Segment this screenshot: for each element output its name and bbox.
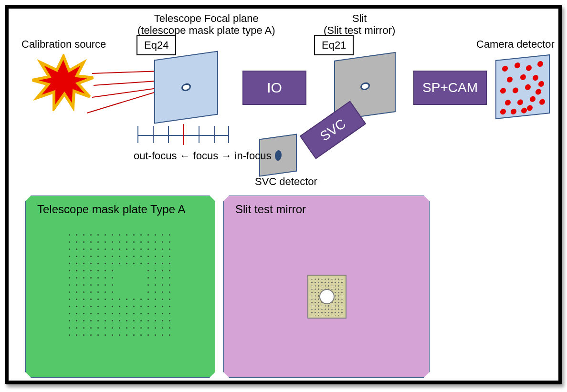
label-slit: Slit (Slit test mirror) [324,12,395,37]
svg-point-14 [530,96,536,102]
panel-mask-plate: Telescope mask plate Type A [25,196,215,378]
axis-tick-focus [183,124,184,145]
panel-mask-plate-title: Telescope mask plate Type A [37,203,185,216]
axis-tick [214,126,215,143]
slit-chip [307,275,346,319]
svg-point-16 [500,109,506,115]
axis-tick-end [137,126,138,143]
axis-tick [153,126,154,143]
svg-point-5 [507,76,513,83]
starburst-icon [30,54,97,111]
axis-tick-end [228,126,229,143]
svg-point-13 [517,99,523,105]
hole-slit [360,82,370,91]
svg-point-11 [538,81,544,87]
label-camera-detector: Camera detector [476,38,555,50]
svg-point-3 [526,65,532,71]
eqbox-focal: Eq24 [136,35,176,55]
svg-point-18 [536,89,541,95]
svg-point-2 [514,62,520,69]
eqbox-slit: Eq21 [314,35,354,55]
svg-marker-0 [32,56,93,109]
label-telescope-focal: Telescope Focal plane (telescope mask pl… [137,12,275,37]
block-spcam: SP+CAM [413,71,487,105]
svg-point-17 [521,107,527,113]
svg-point-10 [525,84,531,90]
label-focus-axis: out-focus ← focus → in-focus [134,150,272,162]
svg-point-6 [520,74,526,80]
svg-point-1 [502,65,508,72]
diagram-container: Telescope Focal plane (telescope mask pl… [0,0,567,392]
hole-svc [275,150,282,161]
svg-point-7 [533,75,538,81]
block-io: IO [242,71,306,105]
svg-point-15 [539,99,545,105]
svg-point-19 [511,108,516,114]
label-svc-detector: SVC detector [255,175,317,187]
plane-camera-detector [495,54,550,119]
diagram-frame: Telescope Focal plane (telescope mask pl… [5,5,562,384]
svg-point-4 [537,61,543,67]
label-calibration-source: Calibration source [21,38,106,50]
block-svc: SVC [300,101,367,159]
svg-point-9 [513,87,518,93]
hole-telescope [181,83,191,92]
diagram-canvas: Telescope Focal plane (telescope mask pl… [9,9,558,381]
slit-chip-hole [319,289,335,304]
svg-point-8 [500,88,506,94]
axis-tick [168,126,169,143]
plane-telescope-focal [154,51,218,124]
svg-point-12 [505,100,511,106]
axis-tick [199,126,200,143]
panel-slit-mirror: Slit test mirror [223,196,430,378]
mask-dot-grid [69,234,178,344]
panel-slit-mirror-title: Slit test mirror [235,203,306,216]
svg-point-20 [527,105,533,111]
